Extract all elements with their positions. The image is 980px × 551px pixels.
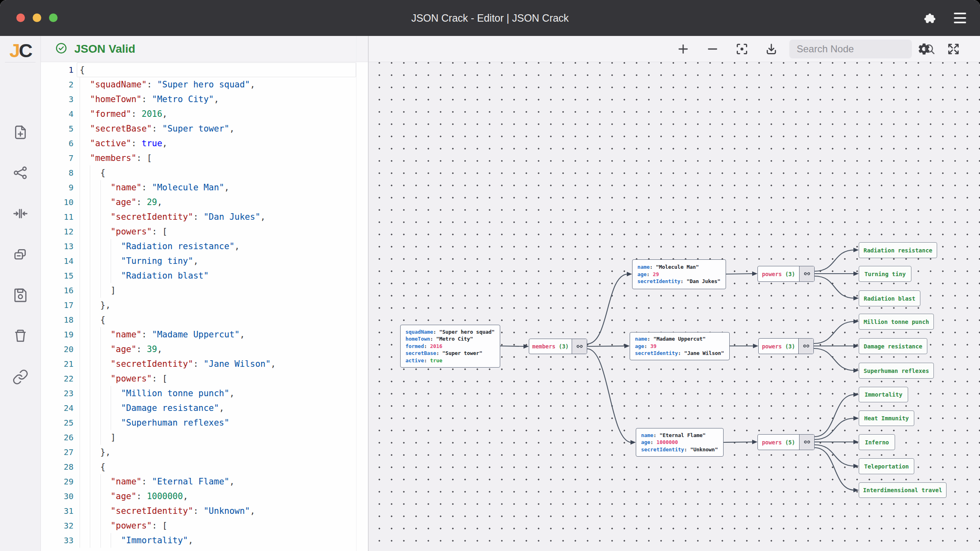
zoom-out-icon[interactable]	[706, 42, 719, 56]
code-line-5[interactable]: 5 "secretBase": "Super tower",	[41, 121, 369, 136]
delete-icon[interactable]	[12, 328, 29, 344]
code-text: "name": "Molecule Man",	[80, 180, 229, 195]
graph-node-madame-uppercut[interactable]: name: "Madame Uppercut"age: 39secretIden…	[630, 332, 730, 360]
code-line-1[interactable]: 1{	[41, 62, 369, 77]
code-line-19[interactable]: 19 "name": "Madame Uppercut",	[41, 327, 369, 342]
graph-node-molecule-man[interactable]: name: "Molecule Man"age: 29secretIdentit…	[632, 259, 726, 289]
expand-link-icon[interactable]	[799, 435, 814, 450]
graph-view-icon[interactable]	[12, 165, 29, 181]
code-line-12[interactable]: 12 "powers": [	[41, 224, 369, 239]
json-code-editor[interactable]: 1{2 "squadName": "Super hero squad",3 "h…	[41, 62, 369, 551]
node-field-squadName: squadName: "Super hero squad"	[405, 328, 495, 335]
graph-canvas[interactable]: squadName: "Super hero squad"homeTown: "…	[369, 62, 980, 551]
node-label: powers(5)	[758, 435, 799, 450]
code-line-10[interactable]: 10 "age": 29,	[41, 195, 369, 210]
graph-node-interdimensional-travel[interactable]: Interdimensional travel	[859, 482, 947, 498]
code-line-21[interactable]: 21 "secretIdentity": "Jane Wilson",	[41, 357, 369, 371]
graph-node-eternal-powers[interactable]: powers(5)	[757, 434, 815, 450]
code-line-17[interactable]: 17 },	[41, 298, 369, 312]
graph-edge-arrowhead	[630, 440, 636, 445]
graph-node-million-tonne-punch[interactable]: Million tonne punch	[859, 314, 934, 330]
graph-node-superhuman-reflexes[interactable]: Superhuman reflexes	[859, 363, 934, 379]
graph-node-molecule-powers[interactable]: powers(3)	[757, 266, 815, 282]
search-node-box	[789, 40, 912, 58]
graph-node-radiation-blast[interactable]: Radiation blast	[859, 290, 920, 306]
menu-icon[interactable]	[954, 13, 966, 23]
code-line-28[interactable]: 28 {	[41, 460, 369, 474]
editor-scrollbar[interactable]	[356, 36, 356, 551]
code-text: "age": 39,	[80, 342, 162, 357]
code-line-20[interactable]: 20 "age": 39,	[41, 342, 369, 357]
code-line-18[interactable]: 18 {	[41, 312, 369, 327]
graph-edge	[587, 349, 632, 442]
code-line-16[interactable]: 16 ]	[41, 283, 369, 298]
extensions-icon[interactable]	[923, 12, 936, 25]
graph-node-heat-immunity[interactable]: Heat Immunity	[859, 410, 914, 426]
graph-node-radiation-resistance[interactable]: Radiation resistance	[859, 242, 937, 258]
app-logo[interactable]: JC	[0, 39, 41, 62]
code-line-8[interactable]: 8 {	[41, 165, 369, 180]
code-line-9[interactable]: 9 "name": "Molecule Man",	[41, 180, 369, 195]
center-focus-icon[interactable]	[735, 42, 749, 56]
code-line-33[interactable]: 33 "Immortality",	[41, 533, 369, 548]
line-number: 18	[41, 312, 74, 327]
code-line-24[interactable]: 24 "Damage resistance",	[41, 401, 369, 415]
code-text: {	[80, 62, 85, 77]
share-link-icon[interactable]	[12, 369, 29, 385]
window-title: JSON Crack - Editor | JSON Crack	[0, 0, 980, 36]
code-line-26[interactable]: 26 ]	[41, 430, 369, 445]
code-line-23[interactable]: 23 "Million tonne punch",	[41, 386, 369, 401]
node-label: powers(3)	[758, 266, 799, 281]
download-icon[interactable]	[764, 42, 778, 56]
code-line-13[interactable]: 13 "Radiation resistance",	[41, 239, 369, 254]
code-line-11[interactable]: 11 "secretIdentity": "Dan Jukes",	[41, 210, 369, 224]
graph-panel: squadName: "Super hero squad"homeTown: "…	[369, 36, 980, 551]
line-number: 5	[41, 121, 74, 136]
graph-node-teleportation[interactable]: Teleportation	[859, 458, 914, 474]
code-line-6[interactable]: 6 "active": true,	[41, 136, 369, 151]
code-line-15[interactable]: 15 "Radiation blast"	[41, 268, 369, 283]
graph-edges	[369, 62, 980, 551]
code-line-14[interactable]: 14 "Turning tiny",	[41, 254, 369, 268]
code-line-7[interactable]: 7 "members": [	[41, 151, 369, 165]
new-file-icon[interactable]	[12, 124, 29, 141]
graph-node-turning-tiny[interactable]: Turning tiny	[859, 266, 911, 282]
graph-node-inferno[interactable]: Inferno	[859, 434, 895, 450]
expand-link-icon[interactable]	[572, 339, 587, 354]
graph-node-damage-resistance[interactable]: Damage resistance	[859, 338, 927, 354]
settings-icon[interactable]	[917, 42, 931, 56]
code-line-22[interactable]: 22 "powers": [	[41, 371, 369, 386]
collapse-nodes-icon[interactable]	[12, 205, 29, 222]
search-node-input[interactable]	[789, 43, 923, 55]
graph-edge-arrowhead	[627, 272, 632, 277]
expand-link-icon[interactable]	[798, 339, 813, 354]
graph-node-immortality[interactable]: Immortality	[859, 387, 908, 402]
graph-node-eternal-flame[interactable]: name: "Eternal Flame"age: 1000000secretI…	[636, 428, 724, 457]
graph-node-members[interactable]: members(3)	[529, 339, 587, 354]
graph-node-root[interactable]: squadName: "Super hero squad"homeTown: "…	[400, 325, 500, 368]
code-line-29[interactable]: 29 "name": "Eternal Flame",	[41, 474, 369, 489]
code-text: "Radiation blast"	[80, 268, 209, 283]
panel-resize-handle[interactable]	[368, 36, 369, 551]
code-line-25[interactable]: 25 "Superhuman reflexes"	[41, 415, 369, 430]
zoom-in-icon[interactable]	[676, 42, 690, 56]
code-text: {	[80, 460, 105, 474]
line-number: 32	[41, 518, 74, 533]
code-line-27[interactable]: 27 },	[41, 445, 369, 460]
graph-edge-arrowhead	[853, 393, 859, 397]
widgets-icon[interactable]	[12, 246, 29, 263]
code-line-31[interactable]: 31 "secretIdentity": "Unknown",	[41, 504, 369, 518]
graph-edge-arrowhead	[853, 416, 859, 421]
code-line-3[interactable]: 3 "homeTown": "Metro City",	[41, 92, 369, 107]
graph-node-madame-powers[interactable]: powers(3)	[758, 338, 814, 354]
code-line-32[interactable]: 32 "powers": [	[41, 518, 369, 533]
expand-link-icon[interactable]	[799, 266, 814, 281]
line-number: 16	[41, 283, 74, 298]
line-number: 2	[41, 77, 74, 92]
graph-toolbar	[369, 36, 980, 62]
code-line-4[interactable]: 4 "formed": 2016,	[41, 107, 369, 121]
fullscreen-icon[interactable]	[947, 42, 960, 56]
save-icon[interactable]	[12, 287, 29, 303]
code-line-30[interactable]: 30 "age": 1000000,	[41, 489, 369, 504]
code-line-2[interactable]: 2 "squadName": "Super hero squad",	[41, 77, 369, 92]
